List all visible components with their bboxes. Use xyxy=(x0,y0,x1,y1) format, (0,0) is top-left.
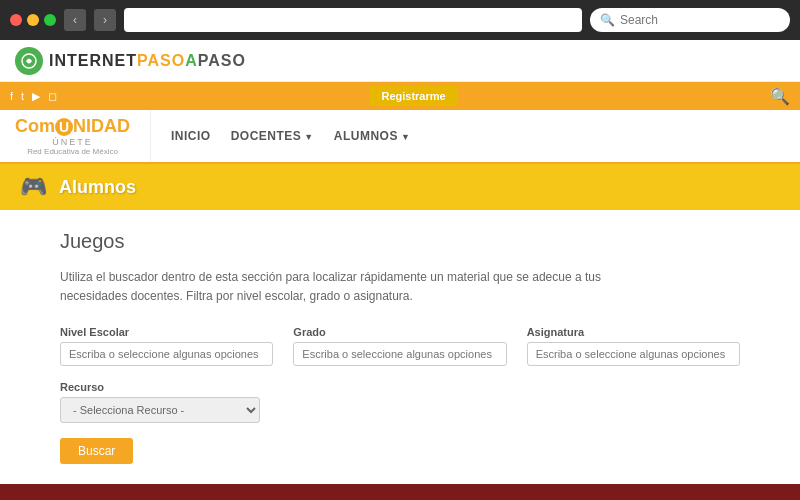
unete-text: ÚNETE xyxy=(15,137,130,147)
asignatura-label: Asignatura xyxy=(527,326,740,338)
section-title: Juegos xyxy=(60,230,740,253)
grado-group: Grado xyxy=(293,326,506,366)
nivel-escolar-group: Nivel Escolar xyxy=(60,326,273,366)
alumnos-header: 🎮 Alumnos xyxy=(0,164,800,210)
forward-button[interactable]: › xyxy=(94,9,116,31)
filters-row: Nivel Escolar Grado Asignatura xyxy=(60,326,740,366)
nivel-escolar-input[interactable] xyxy=(60,342,273,366)
nidad-text: NIDAD xyxy=(73,116,130,136)
top-bar: INTERNETPASOAPASO xyxy=(0,40,800,82)
nav-search-icon[interactable]: 🔍 xyxy=(770,87,790,106)
logo-text: INTERNETPASOAPASO xyxy=(49,52,246,70)
bottom-bar: JUEGOS DE xyxy=(0,484,800,500)
back-button[interactable]: ‹ xyxy=(64,9,86,31)
facebook-icon[interactable]: f xyxy=(10,90,13,102)
social-icons: f t ▶ ◻ xyxy=(10,90,57,103)
main-content: Juegos Utiliza el buscador dentro de est… xyxy=(0,210,800,484)
minimize-button[interactable] xyxy=(27,14,39,26)
community-logo: ComUNIDAD ÚNETE Red Educativa de México xyxy=(15,110,151,162)
alumnos-title: Alumnos xyxy=(59,177,136,198)
nav-alumnos[interactable]: ALUMNOS▼ xyxy=(334,117,411,155)
instagram-icon[interactable]: ◻ xyxy=(48,90,57,103)
alumnos-arrow: ▼ xyxy=(401,132,410,142)
edu-text: Red Educativa de México xyxy=(15,147,130,156)
maximize-button[interactable] xyxy=(44,14,56,26)
nav-inicio[interactable]: INICIO xyxy=(171,117,211,155)
community-nav: ComUNIDAD ÚNETE Red Educativa de México … xyxy=(0,110,800,164)
main-nav: INICIO DOCENTES▼ ALUMNOS▼ xyxy=(171,117,410,155)
recurso-row: Recurso - Selecciona Recurso - xyxy=(60,381,740,423)
nivel-escolar-label: Nivel Escolar xyxy=(60,326,273,338)
com-text: Com xyxy=(15,116,55,136)
twitter-icon[interactable]: t xyxy=(21,90,24,102)
recurso-label: Recurso xyxy=(60,381,740,393)
grado-label: Grado xyxy=(293,326,506,338)
gamepad-icon: 🎮 xyxy=(20,174,47,200)
browser-search-wrapper: 🔍 xyxy=(590,8,790,32)
grado-input[interactable] xyxy=(293,342,506,366)
search-icon: 🔍 xyxy=(600,13,615,27)
registrar-button[interactable]: Registrarme xyxy=(369,86,457,106)
logo-area: INTERNETPASOAPASO xyxy=(15,47,246,75)
buscar-button[interactable]: Buscar xyxy=(60,438,133,464)
traffic-lights xyxy=(10,14,56,26)
youtube-icon[interactable]: ▶ xyxy=(32,90,40,103)
logo-icon xyxy=(15,47,43,75)
bottom-text: JUEGOS DE xyxy=(305,496,495,500)
website-content: INTERNETPASOAPASO f t ▶ ◻ Registrarme 🔍 … xyxy=(0,40,800,500)
asignatura-group: Asignatura xyxy=(527,326,740,366)
browser-chrome: ‹ › 🔍 xyxy=(0,0,800,40)
u-circle: U xyxy=(55,118,73,136)
asignatura-input[interactable] xyxy=(527,342,740,366)
orange-nav-bar: f t ▶ ◻ Registrarme 🔍 xyxy=(0,82,800,110)
nav-docentes[interactable]: DOCENTES▼ xyxy=(231,117,314,155)
address-bar[interactable] xyxy=(124,8,582,32)
browser-search-input[interactable] xyxy=(620,13,780,27)
docentes-arrow: ▼ xyxy=(304,132,313,142)
description-text: Utiliza el buscador dentro de esta secci… xyxy=(60,268,660,306)
recurso-select[interactable]: - Selecciona Recurso - xyxy=(60,397,260,423)
close-button[interactable] xyxy=(10,14,22,26)
